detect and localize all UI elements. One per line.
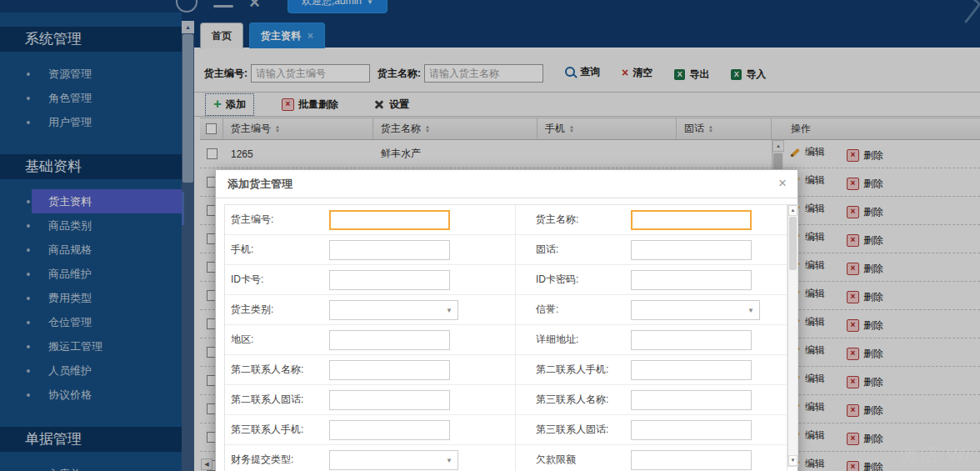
modal-input[interactable] xyxy=(631,390,752,410)
field-cell xyxy=(329,330,515,350)
field-label: ID卡号: xyxy=(225,273,329,287)
field-label: 地区: xyxy=(225,333,329,347)
field-cell xyxy=(623,360,787,380)
modal-input[interactable] xyxy=(631,270,752,290)
field-cell xyxy=(623,330,787,350)
dialog-form: 货主编号:货主名称:手机:固话:ID卡号:ID卡密码:货主类别:▼信誉:▼地区:… xyxy=(224,204,788,471)
form-row: 第二联系人名称:第二联系人手机: xyxy=(225,355,787,385)
form-row: 财务提交类型:▼欠款限额 xyxy=(225,445,787,471)
field-cell xyxy=(329,210,515,230)
add-owner-dialog: 添加货主管理 × 货主编号:货主名称:手机:固话:ID卡号:ID卡密码:货主类别… xyxy=(215,169,798,471)
field-cell xyxy=(329,390,515,410)
field-label: 第三联系人手机: xyxy=(225,423,329,437)
modal-input[interactable] xyxy=(631,420,752,440)
modal-input[interactable] xyxy=(329,210,450,230)
form-row: 地区:详细地址: xyxy=(225,325,787,355)
field-cell: ▼ xyxy=(329,450,515,470)
form-row: 第二联系人固话:第三联系人名称: xyxy=(225,385,787,415)
modal-input[interactable] xyxy=(631,240,752,260)
field-cell xyxy=(329,270,515,290)
field-label: 信誉: xyxy=(515,303,623,317)
field-label: 详细地址: xyxy=(515,333,623,347)
modal-input[interactable] xyxy=(329,330,450,350)
field-label: 欠款限额 xyxy=(515,453,623,467)
field-label: ID卡密码: xyxy=(515,273,623,287)
chevron-down-icon: ▼ xyxy=(446,457,452,464)
field-cell xyxy=(623,240,787,260)
scroll-down-icon[interactable]: ▼ xyxy=(788,455,798,466)
field-label: 固话: xyxy=(515,243,623,257)
modal-input[interactable] xyxy=(329,390,450,410)
field-label: 第二联系人手机: xyxy=(515,363,623,377)
field-label: 第二联系人名称: xyxy=(225,363,329,377)
modal-select[interactable]: ▼ xyxy=(631,300,760,320)
field-cell xyxy=(623,450,787,470)
field-cell xyxy=(623,270,787,290)
form-row: ID卡号:ID卡密码: xyxy=(225,265,787,295)
field-label: 货主编号: xyxy=(225,213,329,227)
modal-select[interactable]: ▼ xyxy=(329,450,458,470)
modal-input[interactable] xyxy=(329,240,450,260)
scrollbar-thumb[interactable] xyxy=(789,217,797,270)
chevron-down-icon: ▼ xyxy=(446,307,452,314)
field-cell xyxy=(623,420,787,440)
field-cell xyxy=(329,360,515,380)
form-row: 货主类别:▼信誉:▼ xyxy=(225,295,787,325)
field-label: 手机: xyxy=(225,243,329,257)
modal-input[interactable] xyxy=(329,360,450,380)
field-cell: ▼ xyxy=(329,300,515,320)
field-label: 财务提交类型: xyxy=(225,453,329,467)
field-label: 第三联系人固话: xyxy=(515,423,623,437)
modal-input[interactable] xyxy=(631,330,752,350)
field-cell xyxy=(329,420,515,440)
field-label: 货主类别: xyxy=(225,303,329,317)
field-label: 货主名称: xyxy=(515,213,623,227)
close-icon[interactable]: × xyxy=(778,177,787,190)
modal-input[interactable] xyxy=(329,270,450,290)
modal-select[interactable]: ▼ xyxy=(329,300,458,320)
modal-input[interactable] xyxy=(631,210,752,230)
dialog-title: 添加货主管理 xyxy=(216,170,798,198)
field-cell xyxy=(623,210,787,230)
field-label: 第二联系人固话: xyxy=(225,393,329,407)
chevron-down-icon: ▼ xyxy=(748,307,754,314)
form-row: 第三联系人手机:第三联系人固话: xyxy=(225,415,787,445)
field-label: 第三联系人名称: xyxy=(515,393,623,407)
modal-input[interactable] xyxy=(631,450,752,470)
field-cell: ▼ xyxy=(623,300,787,320)
field-cell xyxy=(623,390,787,410)
scroll-up-icon[interactable]: ▲ xyxy=(788,205,798,216)
modal-input[interactable] xyxy=(631,360,752,380)
modal-input[interactable] xyxy=(329,420,450,440)
form-row: 货主编号:货主名称: xyxy=(225,205,787,235)
screen: × 欢迎您,admin▼ 系统管理资源管理角色管理用户管理基础资料货主资料商品类… xyxy=(0,0,980,471)
form-row: 手机:固话: xyxy=(225,235,787,265)
field-cell xyxy=(329,240,515,260)
dialog-scrollbar[interactable]: ▲ ▼ xyxy=(788,204,798,467)
